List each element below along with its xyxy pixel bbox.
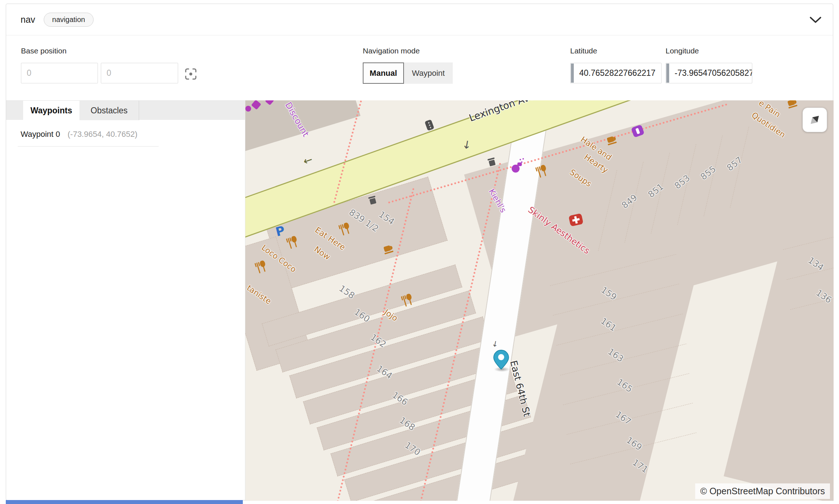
waypoint-coords: (-73.9654, 40.7652) [68,130,137,139]
cosmetics-shop-icon [512,165,520,173]
waypoint-list-item[interactable]: Waypoint 0 (-73.9654, 40.7652) [6,127,165,143]
page: nav navigation Base position [0,0,839,504]
longitude-field-wrap [666,63,752,83]
waypoint-marker-pin[interactable] [493,349,509,370]
longitude-label: Longitude [666,47,699,55]
base-position-y-input[interactable] [101,63,178,83]
traffic-signal-icon [425,120,434,131]
base-position-x-input[interactable] [21,63,98,83]
navigation-mode-label: Navigation mode [363,47,420,55]
tab-obstacles[interactable]: Obstacles [79,101,139,120]
latitude-accent-bar [571,64,574,83]
compass-needle-icon [808,113,822,127]
latitude-input[interactable] [570,63,662,83]
collapse-panel-button[interactable] [808,13,823,27]
tab-waypoints[interactable]: Waypoints [23,101,79,120]
longitude-input[interactable] [666,63,752,83]
map-view[interactable]: Lexington Ave East 64th St 839 1/2 154 1… [245,100,834,501]
bottom-accent-bar [6,500,243,504]
nav-panel: nav navigation Base position [6,4,833,500]
panel-type-badge: navigation [44,13,93,27]
longitude-accent-bar [666,64,669,83]
panel-header: nav navigation [6,4,833,35]
manual-mode-button[interactable]: Manual [363,62,404,84]
latitude-field-wrap [570,63,662,83]
crosshair-icon [184,68,197,81]
tab-strip: Waypoints Obstacles [6,100,245,120]
compass-reset-north-button[interactable] [803,108,827,132]
waste-basket-icon [489,160,495,166]
latitude-label: Latitude [570,47,597,55]
waypoint-divider [18,146,159,147]
pick-base-position-button[interactable] [184,67,198,82]
chevron-down-icon [809,16,822,23]
panel-title: nav [21,14,35,25]
navigation-mode-toggle: Manual Waypoint [363,62,453,84]
map-attribution: © OpenStreetMap Contributors [695,483,830,499]
waypoint-name: Waypoint 0 [21,130,60,139]
oneway-arrow-icon: ← [301,153,314,168]
waypoint-mode-button[interactable]: Waypoint [404,62,453,84]
shop-icon [245,106,251,112]
base-position-label: Base position [21,47,66,55]
